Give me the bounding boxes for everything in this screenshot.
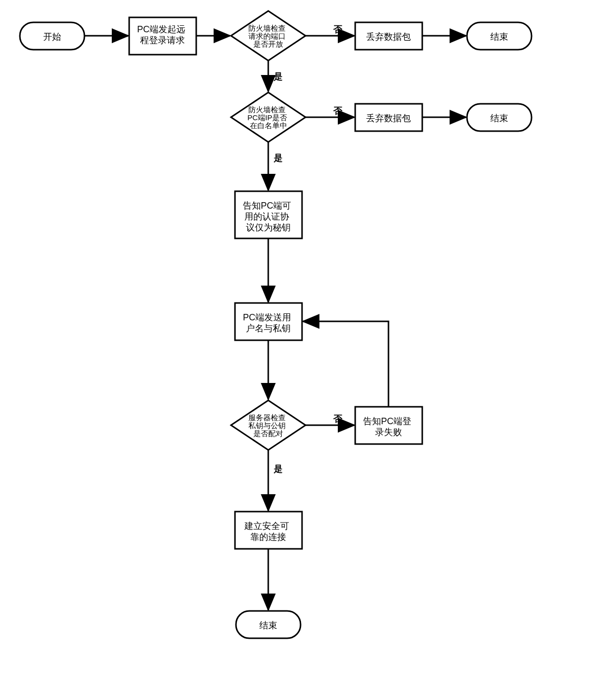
discard2-label: 丢弃数据包 (366, 113, 411, 123)
decision2-yes-label: 是 (273, 153, 283, 163)
decision3-yes-label: 是 (273, 464, 283, 474)
flowchart-svg: 开始 PC端发起远 程登录请求 防火墙检查 请求的端口 是否开放 否 丢弃数据包… (10, 10, 606, 667)
decision1-label: 防火墙检查 请求的端口 是否开放 (248, 24, 288, 48)
end3-label: 结束 (259, 620, 277, 630)
step2-label: 告知PC端可 用的认证协 议仅为秘钥 (243, 201, 294, 232)
decision1-no-label: 否 (333, 24, 343, 34)
decision3-no-label: 否 (333, 414, 343, 424)
discard1-label: 丢弃数据包 (366, 32, 411, 42)
decision1-yes-label: 是 (273, 72, 283, 81)
start-label: 开始 (43, 32, 61, 42)
decision3-label: 服务器检查 私钥与公钥 是否配对 (248, 413, 288, 438)
arrow-loop (303, 321, 388, 407)
decision2-label: 防火墙检查 PC端IP是否 在白名单中 (247, 105, 289, 130)
decision2-no-label: 否 (333, 106, 343, 116)
end1-label: 结束 (490, 32, 508, 42)
end2-label: 结束 (490, 113, 508, 123)
